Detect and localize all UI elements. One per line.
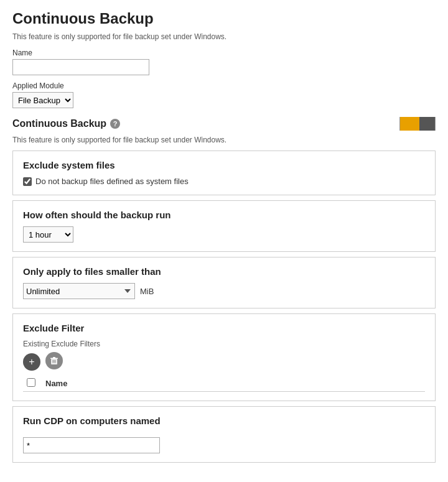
module-label: Applied Module	[12, 81, 436, 90]
exclude-system-files-title: Exclude system files	[23, 160, 425, 170]
toggle-off-part	[419, 117, 435, 131]
size-select[interactable]: Unlimited 1 MiB 10 MiB 100 MiB 1000 MiB	[23, 283, 135, 299]
hour-select[interactable]: 1 hour 2 hours 4 hours 8 hours 12 hours …	[23, 226, 73, 243]
svg-rect-3	[52, 360, 53, 363]
svg-rect-5	[55, 360, 55, 363]
toggle-on-part	[400, 117, 419, 131]
cdp-computers-title: Run CDP on computers named	[23, 415, 425, 426]
exclude-filter-title: Exclude Filter	[23, 323, 425, 333]
cdp-computers-input[interactable]	[23, 437, 160, 453]
module-select[interactable]: File Backup	[12, 92, 73, 108]
continuous-backup-title: Continuous Backup	[12, 118, 106, 129]
help-icon[interactable]: ?	[110, 119, 120, 129]
exclude-filter-card: Exclude Filter Existing Exclude Filters …	[12, 313, 436, 401]
file-size-row: Unlimited 1 MiB 10 MiB 100 MiB 1000 MiB …	[23, 283, 425, 299]
file-size-card: Only apply to files smaller than Unlimit…	[12, 257, 436, 308]
add-filter-button[interactable]: +	[23, 353, 40, 371]
trash-icon	[50, 356, 58, 365]
file-size-title: Only apply to files smaller than	[23, 266, 425, 277]
exclude-system-files-label: Do not backup files defined as system fi…	[35, 177, 189, 186]
filter-table-name-header: Name	[42, 376, 425, 392]
filter-select-all-checkbox[interactable]	[27, 378, 35, 387]
svg-rect-4	[54, 360, 54, 363]
continuous-backup-toggle[interactable]	[399, 117, 436, 131]
name-input[interactable]	[12, 59, 149, 75]
continuous-backup-header: Continuous Backup ?	[12, 117, 436, 131]
exclude-system-files-checkbox[interactable]	[23, 177, 32, 186]
exclude-system-files-card: Exclude system files Do not backup files…	[12, 151, 436, 195]
name-label: Name	[12, 49, 436, 57]
filter-buttons-row: +	[23, 352, 425, 371]
filter-table: Name	[23, 376, 425, 392]
existing-filters-label: Existing Exclude Filters	[23, 340, 425, 348]
svg-rect-2	[53, 357, 55, 358]
page-subtitle: This feature is only supported for file …	[12, 32, 436, 41]
page-title: Continuous Backup	[12, 10, 436, 27]
filter-table-checkbox-header	[23, 376, 42, 392]
size-unit-label: MiB	[140, 287, 154, 296]
backup-frequency-title: How often should the backup run	[23, 210, 425, 220]
cdp-computers-card: Run CDP on computers named	[12, 406, 436, 463]
backup-frequency-card: How often should the backup run 1 hour 2…	[12, 200, 436, 252]
exclude-system-files-row: Do not backup files defined as system fi…	[23, 177, 425, 186]
continuous-backup-desc: This feature is only supported for file …	[12, 136, 436, 144]
backup-frequency-row: 1 hour 2 hours 4 hours 8 hours 12 hours …	[23, 226, 425, 243]
delete-filter-button[interactable]	[45, 352, 63, 369]
